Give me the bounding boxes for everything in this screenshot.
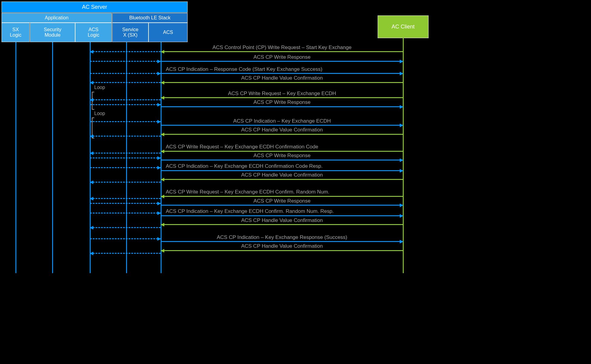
msg-label-10: ACS CP Indication – Key Exchange ECDH Co… <box>166 163 323 169</box>
header-application: Application <box>2 13 112 23</box>
header-ac_client: AC Client <box>378 15 429 38</box>
arrow-sub-3 <box>90 82 161 83</box>
msg-label-13: ACS CP Write Response <box>161 198 403 204</box>
header-ble_stack: Bluetooth LE Stack <box>112 13 188 23</box>
arrow-main-11 <box>161 179 403 180</box>
msg-label-3: ACS CP Handle Value Confirmation <box>161 75 403 81</box>
msg-label-14: ACS CP Indication – Key Exchange ECDH Co… <box>166 208 334 214</box>
arrow-sub-17 <box>90 253 161 254</box>
arrow-main-0 <box>161 51 403 52</box>
arrow-main-16 <box>161 241 403 242</box>
arrow-sub-8 <box>90 153 161 154</box>
msg-label-17: ACS CP Handle Value Confirmation <box>161 243 403 249</box>
arrow-main-3 <box>161 82 403 83</box>
msg-label-0: ACS Control Point (CP) Write Request – S… <box>161 45 403 51</box>
arrow-main-2 <box>161 73 403 74</box>
header-sx_logic: SXLogic <box>2 23 30 42</box>
arrow-main-12 <box>161 196 403 197</box>
arrow-main-10 <box>161 170 403 171</box>
arrow-sub-6 <box>90 121 161 122</box>
arrow-main-13 <box>161 205 403 206</box>
msg-label-7: ACS CP Handle Value Confirmation <box>161 127 403 133</box>
loop-label-0: Loop <box>94 85 105 90</box>
msg-label-12: ACS CP Write Request – Key Exchange ECDH… <box>166 189 329 195</box>
header-service_x: ServiceX (SX) <box>112 23 149 42</box>
loop-label-1: Loop <box>94 111 105 116</box>
arrow-sub-11 <box>90 182 161 183</box>
msg-label-1: ACS CP Write Response <box>161 54 403 60</box>
arrow-main-8 <box>161 151 403 152</box>
arrow-main-17 <box>161 250 403 251</box>
arrow-sub-0 <box>90 51 161 52</box>
arrow-sub-2 <box>90 73 161 74</box>
header-acs: ACS <box>149 23 188 42</box>
arrow-sub-4 <box>90 99 161 100</box>
arrow-main-6 <box>161 125 403 126</box>
arrow-sub-5 <box>90 104 161 105</box>
msg-label-11: ACS CP Handle Value Confirmation <box>161 172 403 178</box>
arrow-main-4 <box>161 97 403 98</box>
msg-label-4: ACS CP Write Request – Key Exchange ECDH <box>161 91 403 97</box>
header-ac_server: AC Server <box>2 2 188 13</box>
lifeline-sx_logic <box>15 42 16 273</box>
msg-label-6: ACS CP Indication – Key Exchange ECDH <box>161 118 403 124</box>
arrow-main-15 <box>161 224 403 225</box>
arrow-sub-12 <box>90 198 161 199</box>
msg-label-9: ACS CP Write Response <box>161 153 403 159</box>
arrow-sub-16 <box>90 238 161 239</box>
msg-label-16: ACS CP Indication – Key Exchange Respons… <box>161 234 403 240</box>
arrow-main-5 <box>161 106 403 107</box>
arrow-main-14 <box>161 215 403 216</box>
arrow-sub-1 <box>90 61 161 62</box>
arrow-sub-9 <box>90 157 161 158</box>
msg-label-2: ACS CP Indication – Response Code (Start… <box>166 66 322 72</box>
msg-label-15: ACS CP Handle Value Confirmation <box>161 217 403 223</box>
arrow-sub-15 <box>90 227 161 228</box>
sequence-diagram: AC ServerApplicationBluetooth LE StackSX… <box>0 0 443 273</box>
arrow-main-1 <box>161 61 403 62</box>
arrow-sub-14 <box>90 213 161 213</box>
arrow-main-9 <box>161 160 403 160</box>
arrow-sub-13 <box>90 203 161 204</box>
arrow-sub-10 <box>90 167 161 168</box>
header-sec_module: SecurityModule <box>30 23 75 42</box>
arrow-sub-7 <box>90 136 161 137</box>
msg-label-5: ACS CP Write Response <box>161 99 403 105</box>
header-acs_logic: ACSLogic <box>75 23 112 42</box>
lifeline-security_module <box>52 42 53 273</box>
arrow-main-7 <box>161 134 403 135</box>
msg-label-8: ACS CP Write Request – Key Exchange ECDH… <box>166 144 318 150</box>
